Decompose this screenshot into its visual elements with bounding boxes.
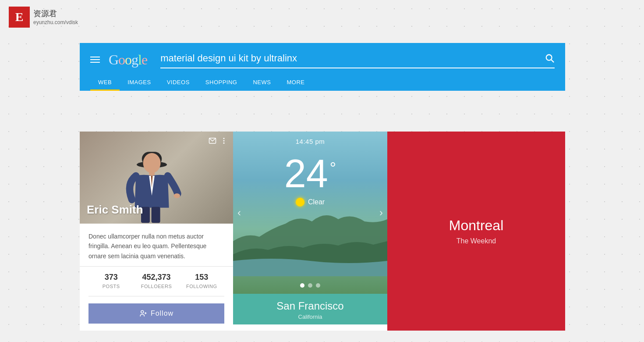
svg-point-6 [174,193,180,198]
svg-point-13 [141,310,144,313]
dot-1 [300,283,304,288]
tab-web[interactable]: WEB [90,75,120,91]
weather-card: 14:45 pm 24° Clear ‹ › [233,132,387,331]
follow-button-label: Follow [151,310,173,317]
profile-card: Eric Smith Donec ullamcorper nulla non m… [80,132,233,331]
montreal-subtitle: The Weeknd [456,237,496,245]
svg-point-12 [223,142,225,144]
profile-name: Eric Smith [87,203,143,217]
more-icon[interactable] [220,137,228,147]
svg-line-1 [551,60,554,62]
search-input[interactable] [160,51,555,68]
watermark: E 资源君 eyunzhu.com/vdisk [9,7,78,28]
followers-label: FOLLOEERS [141,284,172,289]
svg-point-4 [143,153,161,173]
following-count: 153 [179,273,224,282]
search-button[interactable] [545,53,555,66]
profile-bio: Donec ullamcorper nulla non metus auctor… [80,224,233,267]
cards-area: Eric Smith Donec ullamcorper nulla non m… [80,132,565,331]
watermark-title: 资源君 [33,9,78,19]
svg-point-0 [546,55,552,61]
weather-nav-right[interactable]: › [379,207,383,219]
profile-stats: 373 POSTS 452,373 FOLLOEERS 153 FOLLOWIN… [88,267,224,296]
weather-location: San Francisco California [233,294,387,324]
watermark-icon: E [9,7,30,28]
profile-header: Eric Smith [80,132,233,224]
follow-button[interactable]: Follow [88,303,224,324]
svg-point-10 [223,138,225,139]
watermark-info: 资源君 eyunzhu.com/vdisk [33,9,78,25]
google-logo: Google [109,52,147,68]
svg-rect-8 [152,207,160,223]
weather-nav-left[interactable]: ‹ [237,207,241,219]
search-wrapper [160,51,555,68]
posts-label: POSTS [103,284,120,289]
stat-following: 153 FOLLOWING [179,273,224,290]
weather-city: San Francisco [242,300,379,312]
dot-2 [308,283,312,288]
stat-posts: 373 POSTS [88,273,134,290]
dot-3 [316,283,320,288]
email-icon[interactable] [209,137,216,147]
google-search-tabs: WEB IMAGES VIDEOS SHOPPING NEWS MORE [80,75,565,91]
profile-actions [209,137,228,147]
posts-count: 373 [88,273,134,282]
svg-rect-5 [149,172,155,176]
hamburger-menu-icon[interactable] [90,57,100,63]
followers-count: 452,373 [134,273,179,282]
weather-temperature: 24° [284,154,336,193]
svg-point-11 [223,140,225,142]
following-label: FOLLOWING [186,284,217,289]
degree-symbol: ° [330,159,336,177]
montreal-card: Montreal The Weeknd [387,132,565,331]
weather-state: California [242,314,379,320]
google-search-bar: Google WEB IMAGES VIDEOS SHOPPING NEWS M… [80,43,565,91]
weather-background: 14:45 pm 24° Clear ‹ › [233,132,387,294]
temp-value: 24 [284,152,328,196]
tab-images[interactable]: IMAGES [120,75,159,91]
stat-followers: 452,373 FOLLOEERS [134,273,179,290]
tab-shopping[interactable]: SHOPPING [198,75,245,91]
tab-more[interactable]: MORE [279,75,312,91]
weather-landscape [233,197,387,276]
weather-time: 14:45 pm [296,138,325,145]
tab-videos[interactable]: VIDEOS [159,75,198,91]
watermark-subtitle: eyunzhu.com/vdisk [33,19,78,25]
tab-news[interactable]: NEWS [245,75,279,91]
weather-dots [300,283,320,288]
google-bar-top: Google [80,43,565,75]
montreal-city: Montreal [449,217,504,234]
